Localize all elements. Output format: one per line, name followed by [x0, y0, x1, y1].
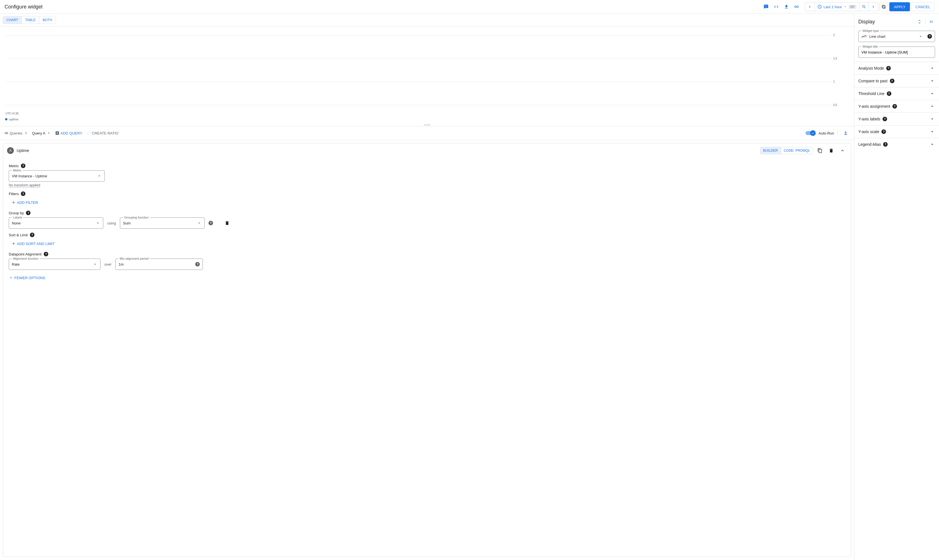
- section-compare to past[interactable]: Compare to past?: [854, 75, 939, 87]
- help-icon[interactable]: ?: [30, 232, 34, 237]
- delete-groupby-icon[interactable]: [223, 218, 232, 228]
- line-chart-icon: [861, 34, 867, 38]
- filters-section-label: Filters ?: [9, 191, 845, 196]
- period-field-value: 1m: [119, 262, 195, 266]
- auto-run-label: Auto-Run: [819, 131, 834, 135]
- transform-link[interactable]: No transform applied: [9, 183, 40, 188]
- section-y-axis labels[interactable]: Y-axis labels?: [854, 113, 939, 125]
- widget-title-label: Widget title: [861, 45, 879, 48]
- alignment-select[interactable]: Alignment function Rate: [9, 258, 100, 270]
- display-panel-title: Display: [858, 19, 875, 25]
- header-toolbar: Last 1 hour IST APPLY CANCEL: [762, 2, 934, 11]
- svg-text:0.5: 0.5: [833, 103, 837, 106]
- link-icon[interactable]: [792, 2, 801, 11]
- create-ratio-button[interactable]: CREATE RATIO: [86, 131, 119, 135]
- queries-label: Queries: [9, 131, 23, 135]
- help-icon[interactable]: ?: [26, 211, 31, 215]
- metric-section-label: Metric ?: [9, 163, 845, 168]
- help-icon[interactable]: ?: [21, 191, 25, 196]
- metric-select[interactable]: Metric VM Instance - Uptime: [9, 170, 105, 182]
- help-icon[interactable]: ?: [21, 163, 25, 168]
- section-threshold line[interactable]: Threshold Line?: [854, 88, 939, 100]
- add-filter-button[interactable]: ADD FILTER: [9, 198, 41, 207]
- collapse-panel-icon[interactable]: [841, 129, 850, 138]
- page-title: Configure widget: [5, 4, 43, 10]
- chevron-down-icon: [930, 116, 935, 122]
- collapse-query-icon[interactable]: [838, 146, 847, 155]
- section-y-axis assignment[interactable]: Y-axis assignment?: [854, 100, 939, 112]
- query-badge: A: [7, 147, 14, 154]
- help-icon[interactable]: ?: [883, 117, 887, 121]
- tab-table[interactable]: TABLE: [22, 16, 39, 24]
- widget-type-value: Line chart: [869, 34, 916, 38]
- chevron-down-icon: [97, 174, 102, 178]
- time-picker: Last 1 hour IST: [805, 2, 878, 11]
- widget-title-field[interactable]: Widget title: [858, 46, 935, 58]
- labels-field-value: None: [12, 221, 96, 225]
- help-icon[interactable]: ?: [890, 78, 894, 83]
- help-icon[interactable]: ?: [886, 66, 891, 71]
- chart-legend: uptime: [3, 118, 840, 121]
- metric-field-value: VM Instance - Uptime: [12, 174, 97, 178]
- query-title: Uptime: [17, 148, 29, 153]
- svg-text:2: 2: [833, 34, 835, 37]
- add-sort-button[interactable]: ADD SORT AND LIMIT: [9, 239, 57, 248]
- tab-builder[interactable]: BUILDER: [760, 147, 781, 154]
- drag-handle[interactable]: [0, 124, 854, 126]
- view-tabs: CHART TABLE BOTH: [0, 14, 854, 26]
- cancel-button[interactable]: CANCEL: [911, 2, 934, 11]
- time-range-button[interactable]: Last 1 hour IST: [814, 3, 860, 11]
- help-icon[interactable]: ?: [882, 129, 886, 134]
- section-y-axis scale[interactable]: Y-axis scale?: [854, 126, 939, 138]
- settings-toggle-icon[interactable]: [879, 2, 888, 11]
- apply-button[interactable]: APPLY: [889, 2, 910, 11]
- section-analysis mode[interactable]: Analysis Mode?: [854, 62, 939, 74]
- widget-title-input[interactable]: [861, 50, 932, 54]
- tab-both[interactable]: BOTH: [39, 16, 55, 24]
- time-zoom-button[interactable]: [859, 3, 869, 11]
- current-query[interactable]: Query A: [32, 131, 51, 135]
- widget-type-select[interactable]: Widget type Line chart ?: [858, 31, 935, 42]
- time-next-button[interactable]: [869, 3, 878, 11]
- copy-icon[interactable]: [816, 146, 825, 155]
- help-icon[interactable]: ?: [887, 91, 891, 96]
- chat-icon[interactable]: [762, 2, 771, 11]
- query-bar: Queries Query A ADD QUERY CREATE RATIO: [0, 126, 854, 140]
- collapse-right-icon[interactable]: [927, 18, 935, 26]
- help-icon[interactable]: ?: [893, 104, 897, 109]
- current-query-label: Query A: [32, 131, 45, 135]
- delete-query-icon[interactable]: [827, 146, 836, 155]
- add-query-button[interactable]: ADD QUERY: [55, 131, 82, 135]
- unfold-icon[interactable]: [916, 18, 924, 26]
- metric-field-label: Metric: [12, 169, 23, 172]
- tab-code[interactable]: CODE: PROMQL: [781, 147, 813, 154]
- svg-text:1: 1: [833, 80, 835, 83]
- help-icon[interactable]: ?: [208, 221, 213, 225]
- help-icon[interactable]: ?: [44, 252, 48, 256]
- groupby-section-label: Group by ?: [9, 211, 845, 215]
- chart-area: 0.511.523:10 PM3:15 PM3:20 PM3:25 PM3:30…: [0, 26, 854, 124]
- chevron-down-icon: [93, 262, 97, 266]
- tab-chart[interactable]: CHART: [3, 16, 22, 24]
- chevron-down-icon: [930, 129, 935, 134]
- auto-run-toggle[interactable]: [806, 131, 815, 135]
- period-field[interactable]: Min alignment period 1m ?: [116, 258, 203, 270]
- chevron-down-icon: [96, 221, 100, 225]
- code-icon[interactable]: [772, 2, 781, 11]
- labels-select[interactable]: Labels None: [9, 217, 103, 229]
- help-icon[interactable]: ?: [883, 142, 888, 147]
- grouping-select[interactable]: Grouping function Sum: [120, 217, 205, 229]
- add-query-label: ADD QUERY: [61, 131, 82, 135]
- legend-dot-icon: [5, 118, 7, 120]
- help-icon[interactable]: ?: [927, 34, 932, 38]
- display-panel: Display Widget type Line chart ? Widget …: [854, 14, 939, 560]
- queries-menu[interactable]: Queries: [4, 131, 28, 135]
- download-icon[interactable]: [782, 2, 791, 11]
- svg-text:UTC+5:30: UTC+5:30: [6, 112, 19, 115]
- time-prev-button[interactable]: [805, 3, 814, 11]
- section-legend alias[interactable]: Legend Alias?: [854, 138, 939, 151]
- widget-type-label: Widget type: [861, 29, 880, 32]
- help-icon[interactable]: ?: [195, 262, 200, 266]
- header: Configure widget Last 1 hour IST APPLY C…: [0, 0, 939, 14]
- fewer-options-button[interactable]: FEWER OPTIONS: [9, 275, 45, 280]
